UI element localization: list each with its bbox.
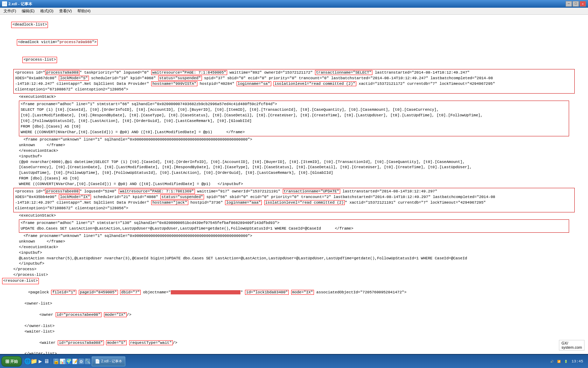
xml-line: unknown </frame> bbox=[2, 143, 586, 148]
window-title: 2.xdl - 记事本 bbox=[8, 1, 32, 7]
xml-line: @LastAction nvarchar(5),@LastUpdUser nva… bbox=[2, 256, 586, 261]
xml-line: <executionStack> bbox=[2, 213, 586, 219]
watermark: GX/ system.com bbox=[559, 340, 584, 350]
menu-help[interactable]: 帮助(H) bbox=[75, 8, 92, 14]
tray-icon-3[interactable]: 🔋 bbox=[563, 359, 569, 364]
watermark-line2: system.com bbox=[561, 345, 582, 349]
xml-line: [t0].[FollowUpStatusId], [t0].[LastActio… bbox=[21, 118, 567, 124]
xml-line: </inputbuf> bbox=[2, 261, 586, 267]
process2-block: <process id="process7abee08" logused="52… bbox=[13, 188, 575, 212]
xml-line: FROM [dbo].[Cases] AS [t0] bbox=[21, 124, 567, 130]
app-icon: 📄 bbox=[2, 1, 7, 6]
xml-line: <frame procname="adhoc" line="1" stmtsta… bbox=[21, 220, 567, 226]
xml-line: <resource-list> bbox=[2, 278, 39, 284]
xml-line: -14T10:12:49.247" clientapp=".Net SqlCli… bbox=[15, 81, 573, 87]
xml-line: SELECT TOP (1) [t0].[CaseId], [t0].[Orde… bbox=[21, 107, 567, 113]
xml-line: <owner id="process7abee08" mode="IX"/> bbox=[2, 307, 586, 323]
xml-line: [CaseCurrency], [t0].[CreationDate], [t0… bbox=[2, 165, 586, 170]
xml-line: </owner-list> bbox=[2, 323, 586, 329]
close-button[interactable]: ✕ bbox=[580, 1, 586, 7]
system-tray: 🔊 📶 🔋 13:45 bbox=[547, 359, 587, 364]
taskbar-icon1[interactable]: 🔒 bbox=[53, 359, 59, 364]
watermark-line1: GX/ bbox=[561, 341, 582, 345]
xml-line: <frame procname="unknown" line="1" sqlha… bbox=[2, 137, 586, 143]
frame2-block: <frame procname="adhoc" line="1" stmtsta… bbox=[19, 219, 569, 233]
xml-line: </process-list> bbox=[2, 272, 586, 278]
tray-icon-2[interactable]: 📶 bbox=[556, 359, 562, 364]
xml-line: <process id="process7abee08" logused="52… bbox=[15, 189, 573, 195]
taskbar-icon5[interactable]: ⚙ bbox=[78, 359, 84, 364]
xml-line: [t0].[LastModifiedDate], [t0].[RespondBy… bbox=[21, 113, 567, 118]
menu-view[interactable]: 查看(V) bbox=[57, 8, 74, 14]
xml-line: (@p0 nvarchar(4000),@p1 datetime)SELECT … bbox=[2, 159, 586, 165]
xml-line: <waiter-list> bbox=[2, 329, 586, 335]
xml-line: -14T10:12:49.297" clientapp=".Net SqlCli… bbox=[15, 200, 573, 206]
minimize-button[interactable]: — bbox=[566, 1, 572, 7]
taskbar-icon6[interactable]: 🔧 bbox=[85, 359, 90, 364]
xml-line: <deadlock victim="process7a9a988"> bbox=[2, 34, 586, 51]
xml-line: </waiter-list> bbox=[2, 351, 586, 354]
xml-line: <owner-list> bbox=[2, 301, 586, 307]
xml-line: <deadlock-list> bbox=[2, 16, 586, 34]
xml-line: unknown </frame> bbox=[2, 239, 586, 245]
taskbar-icon3[interactable]: 🌍 bbox=[66, 359, 71, 364]
xml-line: <pagelock fileid="1" pageid="8459005" db… bbox=[2, 284, 586, 301]
xml-line: clientoption1="671088672" clientoption2=… bbox=[15, 206, 573, 211]
xml-line: </executionStack> bbox=[2, 148, 586, 154]
quicklaunch-desktop-icon[interactable]: 🖥 bbox=[44, 359, 49, 364]
window-controls[interactable]: — □ ✕ bbox=[566, 1, 586, 7]
xml-line: <frame procname="adhoc" line="1" stmtsta… bbox=[21, 102, 567, 107]
xml-line: </process> bbox=[2, 267, 586, 272]
taskbar-icon4[interactable]: 📝 bbox=[72, 359, 78, 364]
xml-line: WHERE ((CONVERT(NVarChar,[t0].[CaseId]))… bbox=[21, 130, 567, 135]
xml-line: <frame procname="unknown" line="1" sqlha… bbox=[2, 233, 586, 239]
xml-line: </executionStack> bbox=[2, 245, 586, 250]
xml-line: <inputbuf> bbox=[2, 154, 586, 159]
content-area[interactable]: <deadlock-list> <deadlock victim="proces… bbox=[0, 15, 588, 354]
xml-line: <process-list> bbox=[2, 51, 586, 69]
maximize-button[interactable]: □ bbox=[573, 1, 579, 7]
xml-line: XDES="0x435bb4e90" lockMode="IX" schedul… bbox=[15, 195, 573, 200]
xml-line: WHERE ((CONVERT(NVarChar,[t0].[CaseId]))… bbox=[2, 182, 586, 187]
xml-line: XDES="0x1a867dc80" lockMode="S" schedule… bbox=[15, 76, 573, 81]
taskbar-window-item[interactable]: 📄 2.xdl - 记事本 bbox=[92, 356, 125, 366]
title-bar-left: 📄 2.xdl - 记事本 bbox=[2, 1, 32, 7]
xml-line: <executionStack> bbox=[2, 94, 586, 100]
process1-block: <process id="process7a9a988" taskpriorit… bbox=[13, 69, 575, 94]
menu-edit[interactable]: 编辑(E) bbox=[20, 8, 37, 14]
xml-line: [LastUpdTime], [t0].[FollowUpTime], [t0]… bbox=[2, 170, 586, 176]
title-bar: 📄 2.xdl - 记事本 — □ ✕ bbox=[0, 0, 588, 8]
tray-icon-1[interactable]: 🔊 bbox=[549, 359, 555, 364]
taskbar-icon2[interactable]: 📊 bbox=[59, 359, 65, 364]
menu-format[interactable]: 格式(O) bbox=[38, 8, 56, 14]
xml-line: UPDATE dbo.Cases SET LastAction=@LastAct… bbox=[21, 226, 567, 232]
menu-bar: 文件(F) 编辑(E) 格式(O) 查看(V) 帮助(H) bbox=[0, 8, 588, 15]
xml-line: <waiter id="process7a9a988" mode="S" req… bbox=[2, 335, 586, 352]
xml-line: <inputbuf> bbox=[2, 250, 586, 256]
start-button[interactable]: ⊞ 开始 bbox=[1, 356, 22, 367]
frame1-block: <frame procname="adhoc" line="1" stmtsta… bbox=[19, 101, 569, 136]
menu-file[interactable]: 文件(F) bbox=[1, 8, 18, 14]
xml-line: clientoption1="671088672" clientoption2=… bbox=[15, 87, 573, 93]
quicklaunch-ie-icon[interactable]: 🌐 bbox=[25, 359, 30, 364]
clock[interactable]: 13:45 bbox=[570, 359, 584, 363]
taskbar: ⊞ 开始 🌐 📁 ▶ 🖥 🔒 📊 🌍 📝 ⚙ 🔧 📄 2.xdl - 记事本 🔊… bbox=[0, 354, 588, 368]
taskbar-item-label: 2.xdl - 记事本 bbox=[101, 359, 122, 364]
xml-line: FROM [dbo].[Cases] AS [t0] bbox=[2, 176, 586, 182]
quicklaunch-media-icon[interactable]: ▶ bbox=[37, 359, 43, 364]
quicklaunch-folder-icon[interactable]: 📁 bbox=[31, 359, 37, 364]
xml-line: <process id="process7a9a988" taskpriorit… bbox=[15, 70, 573, 76]
